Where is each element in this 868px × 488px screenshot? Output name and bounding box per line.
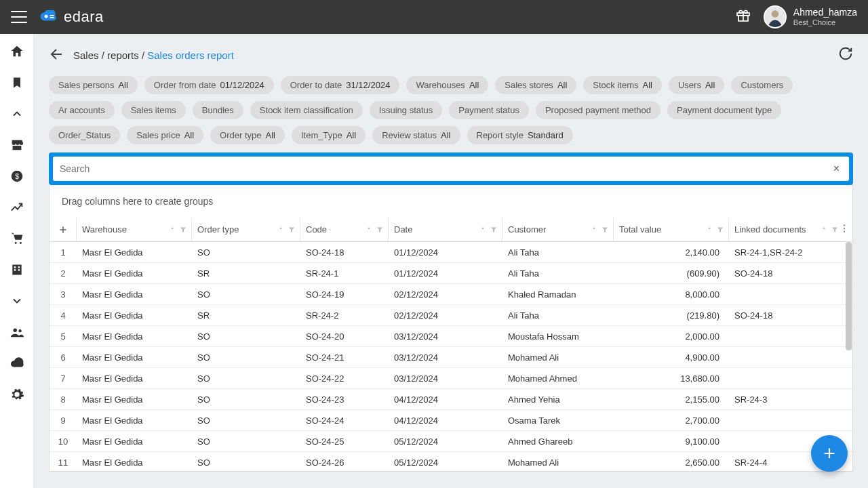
chip-value: All	[118, 80, 127, 90]
filter-chip[interactable]: Stock item classification	[250, 101, 363, 119]
filter-chip[interactable]: Customers	[731, 76, 793, 94]
filter-chip[interactable]: Ar accounts	[49, 101, 115, 119]
filter-chip[interactable]: Item_TypeAll	[292, 126, 366, 144]
cell-total: 2,155.00	[614, 389, 729, 409]
filter-chip[interactable]: Sales storesAll	[495, 76, 576, 94]
cell-date: 02/12/2024	[389, 284, 502, 304]
table-row[interactable]: 9Masr El GedidaSOSO-24-2404/12/2024Osama…	[50, 410, 852, 431]
group-drop-zone[interactable]: Drag columns here to create groups	[49, 185, 853, 218]
money-icon[interactable]: $	[9, 168, 25, 184]
cell-total: 2,650.00	[614, 452, 729, 471]
building-icon[interactable]	[9, 262, 25, 278]
filter-chip[interactable]: Order_Status	[49, 126, 120, 144]
sort-filter-icon[interactable]	[365, 226, 384, 234]
table-row[interactable]: 7Masr El GedidaSOSO-24-2203/12/2024Moham…	[50, 368, 852, 389]
row-number: 4	[50, 305, 77, 325]
trend-icon[interactable]	[9, 199, 25, 216]
svg-point-18	[844, 224, 845, 226]
cloud-icon[interactable]	[9, 355, 25, 371]
filter-chip[interactable]: Sales items	[121, 101, 186, 119]
row-number: 3	[50, 284, 77, 304]
filter-chip[interactable]: Payment document type	[667, 101, 781, 119]
clear-search-icon[interactable]: ×	[831, 163, 842, 175]
back-arrow-icon[interactable]	[49, 46, 66, 64]
chevron-down-icon[interactable]	[9, 293, 25, 309]
sort-filter-icon[interactable]	[168, 226, 187, 234]
sort-filter-icon[interactable]	[277, 226, 296, 234]
table-row[interactable]: 6Masr El GedidaSOSO-24-2103/12/2024Moham…	[50, 347, 852, 368]
search-input[interactable]	[60, 163, 831, 174]
table-row[interactable]: 4Masr El GedidaSRSR-24-202/12/2024Ali Ta…	[50, 305, 852, 326]
cell-customer: Osama Tarek	[502, 410, 614, 430]
crumb-sales[interactable]: Sales	[73, 49, 99, 61]
home-icon[interactable]	[9, 43, 25, 60]
cell-linked: SR-24-3	[729, 389, 843, 409]
row-number: 2	[50, 263, 77, 283]
cell-warehouse: Masr El Gedida	[77, 263, 192, 283]
col-linked[interactable]: Linked documents	[729, 218, 843, 241]
cell-date: 01/12/2024	[389, 242, 502, 262]
filter-chip[interactable]: WarehousesAll	[406, 76, 488, 94]
filter-chip[interactable]: Report styleStandard	[467, 126, 573, 144]
search-bar: ×	[49, 152, 853, 185]
gift-icon[interactable]	[735, 7, 751, 26]
filter-chip[interactable]: Stock itemsAll	[583, 76, 662, 94]
filter-chip[interactable]: Order from date01/12/2024	[144, 76, 274, 94]
filter-chip[interactable]: Sales priceAll	[127, 126, 203, 144]
cell-customer: Mohamed Ahmed	[502, 368, 614, 388]
cell-warehouse: Masr El Gedida	[77, 431, 192, 451]
user-menu[interactable]: Ahmed_hamza Best_Choice	[764, 5, 857, 28]
chip-label: Order_Status	[58, 130, 111, 140]
table-row[interactable]: 3Masr El GedidaSOSO-24-1902/12/2024Khale…	[50, 284, 852, 305]
sort-filter-icon[interactable]	[705, 226, 724, 234]
table-row[interactable]: 2Masr El GedidaSRSR-24-101/12/2024Ali Ta…	[50, 263, 852, 284]
col-total[interactable]: Total value	[614, 218, 729, 241]
crumb-reports[interactable]: reports	[107, 49, 139, 61]
vertical-scrollbar[interactable]	[846, 242, 852, 350]
table-row[interactable]: 10Masr El GedidaSOSO-24-2505/12/2024Ahme…	[50, 431, 852, 452]
filter-chip[interactable]: Order to date31/12/2024	[281, 76, 400, 94]
user-name: Ahmed_hamza	[793, 7, 857, 18]
gear-icon[interactable]	[9, 386, 25, 403]
chip-label: Issuing status	[379, 105, 433, 115]
fab-add-button[interactable]: +	[811, 435, 848, 472]
table-row[interactable]: 8Masr El GedidaSOSO-24-2304/12/2024Ahmed…	[50, 389, 852, 410]
table-row[interactable]: 1Masr El GedidaSOSO-24-1801/12/2024Ali T…	[50, 242, 852, 263]
brand-name: edara	[64, 8, 104, 26]
svg-point-6	[772, 10, 779, 18]
filter-chip[interactable]: Bundles	[193, 101, 243, 119]
cell-order-type: SO	[192, 368, 300, 388]
col-code[interactable]: Code	[300, 218, 389, 241]
sort-filter-icon[interactable]	[479, 226, 498, 234]
brand[interactable]: edara	[39, 8, 104, 26]
col-date[interactable]: Date	[389, 218, 502, 241]
more-vert-icon[interactable]	[839, 223, 850, 236]
sort-filter-icon[interactable]	[820, 226, 839, 234]
filter-chip[interactable]: Proposed payment method	[536, 101, 660, 119]
table-row[interactable]: 5Masr El GedidaSOSO-24-2003/12/2024Moust…	[50, 326, 852, 347]
col-order-type[interactable]: Order type	[192, 218, 300, 241]
cart-icon[interactable]	[9, 230, 25, 247]
menu-toggle-button[interactable]	[11, 9, 27, 25]
filter-chip[interactable]: Review statusAll	[372, 126, 460, 144]
col-customer[interactable]: Customer	[502, 218, 614, 241]
table-row[interactable]: 11Masr El GedidaSOSO-24-2605/12/2024Moha…	[50, 452, 852, 471]
chevron-up-icon[interactable]	[9, 106, 25, 122]
user-sub: Best_Choice	[793, 18, 857, 26]
sort-filter-icon[interactable]	[590, 226, 609, 234]
add-column-button[interactable]	[50, 218, 77, 241]
filter-chip[interactable]: Sales personsAll	[49, 76, 138, 94]
storefront-icon[interactable]	[9, 137, 25, 153]
col-warehouse[interactable]: Warehouse	[77, 218, 192, 241]
svg-point-16	[13, 329, 17, 333]
filter-chip[interactable]: UsersAll	[669, 76, 724, 94]
refresh-icon[interactable]	[838, 46, 853, 64]
group-icon[interactable]	[9, 324, 25, 340]
chip-label: Ar accounts	[58, 105, 105, 115]
filter-chip[interactable]: Payment status	[449, 101, 529, 119]
filter-chips: Sales personsAllOrder from date01/12/202…	[49, 76, 853, 144]
filter-chip[interactable]: Issuing status	[370, 101, 443, 119]
chip-label: Sales price	[136, 130, 180, 140]
filter-chip[interactable]: Order typeAll	[210, 126, 285, 144]
bookmark-icon[interactable]	[9, 75, 25, 91]
